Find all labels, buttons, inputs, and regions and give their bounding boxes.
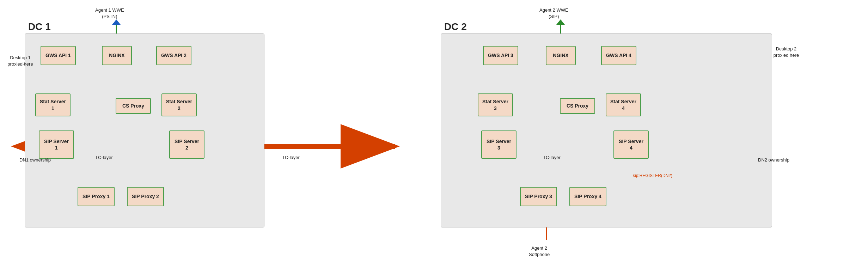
agent2wwe-label: Agent 2 WWE (SIP) bbox=[539, 7, 568, 20]
statserver4-node: Stat Server 4 bbox=[606, 93, 641, 116]
desktop2-label: Desktop 2 proxied here bbox=[765, 46, 807, 59]
tclayer3-label: TC-layer bbox=[543, 154, 561, 161]
statserver2-node: Stat Server 2 bbox=[161, 93, 197, 116]
agent2softphone-label: Agent 2 Softphone bbox=[529, 245, 550, 258]
sipregister-label: sip:REGISTER(DN2) bbox=[633, 173, 672, 179]
csproxy1-node: CS Proxy bbox=[116, 98, 151, 114]
desktop1-label: Desktop 1 proxied here bbox=[4, 55, 37, 67]
sipserver2-node: SIP Server 2 bbox=[169, 130, 204, 159]
gwsapi1-node: GWS API 1 bbox=[41, 46, 76, 65]
sipserver4-node: SIP Server 4 bbox=[613, 130, 649, 159]
sipserver3-node: SIP Server 3 bbox=[481, 130, 516, 159]
dn1-label: DN1 ownership bbox=[19, 157, 51, 163]
statserver1-node: Stat Server 1 bbox=[35, 93, 71, 116]
agent1-triangle-down bbox=[112, 19, 121, 25]
csproxy2-node: CS Proxy bbox=[560, 98, 595, 114]
tclayer1-label: TC-layer bbox=[95, 154, 113, 161]
agent2-triangle-down bbox=[556, 19, 565, 25]
sipproxy1-node: SIP Proxy 1 bbox=[78, 187, 115, 206]
dc2-label: DC 2 bbox=[444, 21, 467, 32]
dc1-label: DC 1 bbox=[28, 21, 51, 32]
sipserver1-node: SIP Server 1 bbox=[39, 130, 74, 159]
dn2-label: DN2 ownership bbox=[758, 157, 789, 163]
nginx1-node: NGINX bbox=[102, 46, 132, 65]
sipproxy3-node: SIP Proxy 3 bbox=[520, 187, 557, 206]
diagram-container: DC 1 DC 2 GWS API 1 NGINX GWS API 2 Stat… bbox=[0, 0, 868, 268]
nginx2-node: NGINX bbox=[546, 46, 576, 65]
tclayer2-label: TC-layer bbox=[282, 154, 300, 161]
agent1wwe-label: Agent 1 WWE (PSTN) bbox=[95, 7, 124, 20]
gwsapi2-node: GWS API 2 bbox=[156, 46, 191, 65]
gwsapi4-node: GWS API 4 bbox=[601, 46, 636, 65]
sipproxy4-node: SIP Proxy 4 bbox=[569, 187, 606, 206]
gwsapi3-node: GWS API 3 bbox=[483, 46, 518, 65]
statserver3-node: Stat Server 3 bbox=[478, 93, 513, 116]
sipproxy2-node: SIP Proxy 2 bbox=[127, 187, 164, 206]
